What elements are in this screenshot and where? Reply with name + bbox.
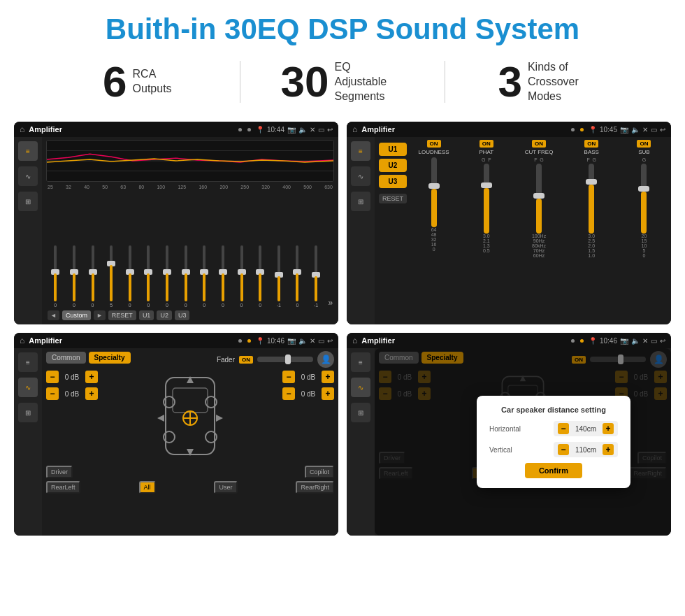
- eq-track-3[interactable]: [92, 245, 94, 301]
- custom-preset-button[interactable]: Custom: [62, 310, 91, 320]
- sub-slider[interactable]: [641, 164, 647, 234]
- battery-icon: ▭: [318, 126, 324, 134]
- fader-sidebar-icon-3[interactable]: ⊞: [18, 403, 38, 422]
- all-button[interactable]: All: [139, 481, 156, 494]
- screen-crossover: ⌂ Amplifier 📍 10:45 📷 🔈 ✕ ▭ ↩ ≡ ∿ ⊞: [347, 122, 671, 324]
- eq-slider-5: 0: [122, 245, 138, 308]
- horizontal-plus-button[interactable]: +: [603, 423, 614, 434]
- eq-val-9: 0: [203, 303, 206, 308]
- loudness-label: LOUDNESS: [419, 149, 449, 155]
- u2-crossover-button[interactable]: U2: [379, 159, 407, 172]
- rearright-button[interactable]: RearRight: [296, 481, 334, 494]
- u2-button[interactable]: U2: [157, 310, 172, 320]
- horizontal-stepper: − 140cm +: [554, 421, 618, 436]
- reset-button[interactable]: RESET: [108, 310, 136, 320]
- vol-minus-4[interactable]: −: [282, 387, 295, 400]
- vol-minus-3[interactable]: −: [282, 371, 295, 383]
- eq-sidebar-icon-3[interactable]: ⊞: [18, 192, 38, 211]
- eq-sidebar-icon-2[interactable]: ∿: [18, 166, 38, 186]
- vertical-plus-button[interactable]: +: [603, 444, 614, 455]
- eq-track-2[interactable]: [73, 245, 75, 301]
- crossover-sidebar-icon-1[interactable]: ≡: [351, 141, 370, 161]
- cutfreq-slider[interactable]: [536, 164, 542, 234]
- phat-label: PHAT: [479, 149, 493, 155]
- copilot-button[interactable]: Copilot: [305, 466, 334, 478]
- vertical-minus-button[interactable]: −: [558, 444, 569, 455]
- freq-250: 250: [240, 185, 249, 189]
- eq-track-1[interactable]: [54, 245, 57, 301]
- vol-minus-1[interactable]: −: [46, 371, 59, 383]
- tab-specialty[interactable]: Specialty: [89, 352, 131, 364]
- crossover-sliders: ON LOUDNESS 644832160 ON PHAT G F: [411, 140, 667, 322]
- eq-track-14[interactable]: [296, 245, 298, 301]
- prev-preset-button[interactable]: ◄: [48, 310, 59, 320]
- fader-sidebar-icon-1[interactable]: ≡: [18, 352, 38, 372]
- crossover-time: 10:45: [600, 126, 617, 134]
- vol-plus-4[interactable]: +: [322, 387, 334, 400]
- next-preset-button[interactable]: ►: [94, 310, 106, 320]
- rearleft-button[interactable]: RearLeft: [46, 481, 80, 494]
- status-icons-distance: 📍 10:46 📷 🔈 ✕ ▭ ↩: [589, 337, 665, 345]
- crossover-reset-button[interactable]: RESET: [379, 194, 407, 203]
- eq-track-11[interactable]: [240, 245, 243, 301]
- eq-track-6[interactable]: [147, 245, 150, 301]
- vol-minus-2[interactable]: −: [46, 387, 59, 400]
- stat-divider-1: [240, 61, 240, 103]
- more-sliders-button[interactable]: »: [328, 298, 333, 308]
- crossover-sidebar-icon-2[interactable]: ∿: [351, 166, 370, 186]
- loudness-slider[interactable]: [431, 157, 437, 227]
- svg-rect-5: [173, 388, 208, 413]
- eq-track-8[interactable]: [185, 245, 187, 301]
- distance-sidebar: ≡ ∿ ⊞: [347, 348, 375, 536]
- eq-track-9[interactable]: [203, 245, 206, 301]
- fader-on-badge[interactable]: ON: [239, 356, 253, 364]
- stat-rca-text: RCAOutputs: [133, 67, 172, 96]
- u3-crossover-button[interactable]: U3: [379, 175, 407, 188]
- eq-track-12[interactable]: [259, 245, 261, 301]
- distance-main-area: Common Specialty ON 👤 −: [375, 348, 671, 536]
- eq-main-area: 25 32 40 50 63 80 100 125 160 200 250 32…: [42, 137, 338, 324]
- home-icon-4: ⌂: [352, 336, 357, 345]
- freq-400: 400: [282, 185, 291, 189]
- freq-32: 32: [66, 185, 71, 189]
- eq-slider-6: 0: [140, 245, 157, 308]
- u1-crossover-button[interactable]: U1: [379, 143, 407, 156]
- stat-crossover-text: Kinds ofCrossover Modes: [528, 60, 598, 103]
- u1-button[interactable]: U1: [139, 310, 154, 320]
- eq-track-15[interactable]: [315, 245, 317, 301]
- tab-common[interactable]: Common: [46, 352, 86, 364]
- distance-sidebar-icon-2[interactable]: ∿: [351, 378, 370, 397]
- battery-icon-3: ▭: [318, 337, 324, 345]
- eq-sidebar-icon-1[interactable]: ≡: [18, 141, 38, 161]
- u3-button[interactable]: U3: [175, 310, 190, 320]
- bass-slider[interactable]: [589, 164, 594, 234]
- driver-button[interactable]: Driver: [46, 466, 73, 478]
- eq-track-7[interactable]: [166, 245, 168, 301]
- distance-sidebar-icon-3[interactable]: ⊞: [351, 403, 370, 422]
- vol-plus-2[interactable]: +: [85, 387, 98, 400]
- vertical-stepper: − 110cm +: [554, 442, 618, 457]
- horizontal-minus-button[interactable]: −: [558, 423, 569, 434]
- crossover-sidebar-icon-3[interactable]: ⊞: [351, 192, 370, 211]
- eq-val-12: 0: [259, 303, 261, 308]
- eq-slider-15: -1: [308, 245, 324, 308]
- eq-track-13[interactable]: [277, 245, 280, 301]
- close-icon: ✕: [310, 126, 315, 134]
- vol-plus-1[interactable]: +: [85, 371, 98, 383]
- crossover-presets: U1 U2 U3 RESET: [379, 140, 407, 322]
- user-button[interactable]: User: [214, 481, 237, 494]
- fader-horizontal-slider[interactable]: [257, 357, 313, 362]
- cutfreq-on-badge: ON: [532, 140, 546, 148]
- eq-track-5[interactable]: [129, 245, 131, 301]
- status-icons-crossover: 📍 10:45 📷 🔈 ✕ ▭ ↩: [589, 126, 665, 134]
- eq-val-15: -1: [314, 303, 318, 308]
- confirm-button[interactable]: Confirm: [525, 463, 582, 478]
- distance-screen-content: ≡ ∿ ⊞ Common Specialty ON 👤: [347, 348, 671, 536]
- phat-slider[interactable]: [484, 164, 489, 234]
- fader-sidebar-icon-2[interactable]: ∿: [18, 378, 38, 397]
- distance-sidebar-icon-1[interactable]: ≡: [351, 352, 370, 372]
- user-avatar-icon[interactable]: 👤: [317, 351, 334, 368]
- eq-track-4[interactable]: [110, 245, 113, 301]
- vol-plus-3[interactable]: +: [322, 371, 334, 383]
- eq-track-10[interactable]: [222, 245, 224, 301]
